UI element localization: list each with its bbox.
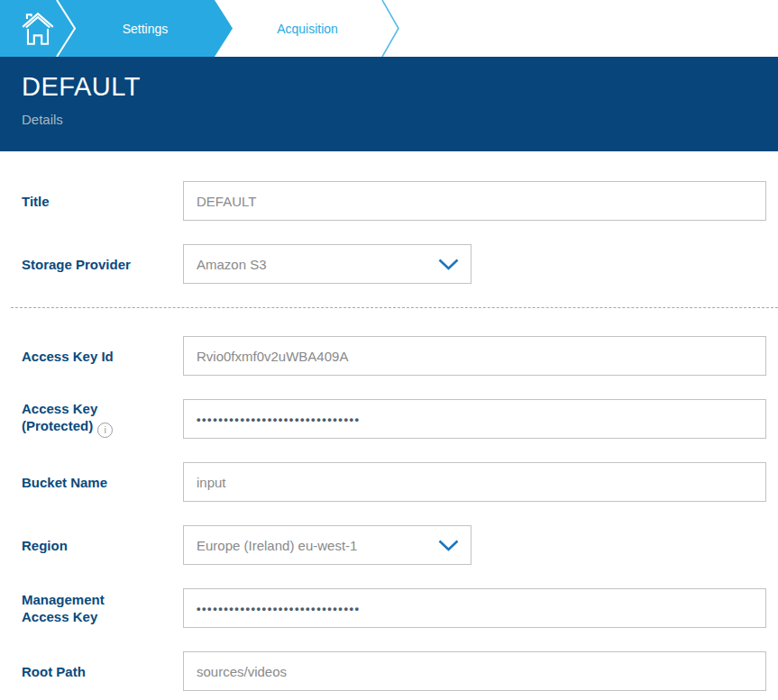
title-input[interactable] — [183, 181, 766, 221]
storage-provider-select[interactable]: Amazon S3 — [183, 244, 471, 284]
breadcrumb: Settings Acquisition — [0, 0, 778, 57]
root-path-input[interactable] — [183, 651, 766, 691]
section-divider — [11, 307, 778, 308]
access-key-id-input[interactable] — [183, 336, 766, 376]
breadcrumb-label: Acquisition — [277, 22, 338, 36]
field-row-access-key-protected: Access Key (Protected)i — [22, 399, 766, 439]
field-row-storage-provider: Storage Provider Amazon S3 — [22, 244, 766, 284]
page-header: DEFAULT Details — [0, 57, 778, 151]
access-key-protected-label-text: Access Key (Protected) — [22, 401, 97, 433]
home-icon — [21, 10, 55, 48]
field-control — [183, 462, 766, 502]
access-key-protected-input[interactable] — [183, 399, 766, 439]
field-control — [183, 588, 766, 628]
field-control — [183, 181, 766, 221]
field-control — [183, 336, 766, 376]
select-value: Europe (Ireland) eu-west-1 — [197, 538, 357, 553]
field-row-title: Title — [22, 181, 766, 221]
field-row-root-path: Root Path — [22, 651, 766, 691]
field-row-region: Region Europe (Ireland) eu-west-1 — [22, 525, 766, 565]
bucket-name-input[interactable] — [183, 462, 766, 502]
access-key-protected-label: Access Key (Protected)i — [22, 400, 144, 438]
field-row-access-key-id: Access Key Id — [22, 336, 766, 376]
region-select[interactable]: Europe (Ireland) eu-west-1 — [183, 525, 471, 565]
management-access-key-label: Management Access Key — [22, 591, 144, 625]
field-row-management-access-key: Management Access Key — [22, 588, 766, 628]
bucket-name-label: Bucket Name — [22, 474, 144, 491]
field-control — [183, 651, 766, 691]
page-title: DEFAULT — [22, 72, 778, 102]
breadcrumb-item-acquisition[interactable]: Acquisition — [233, 0, 382, 57]
chevron-down-icon — [438, 540, 459, 551]
field-row-bucket-name: Bucket Name — [22, 462, 766, 502]
settings-form: Title Storage Provider Amazon S3 Access … — [0, 151, 778, 691]
region-label: Region — [22, 537, 144, 554]
root-path-label: Root Path — [22, 663, 144, 680]
management-access-key-input[interactable] — [183, 588, 766, 628]
field-control: Amazon S3 — [183, 244, 766, 284]
chevron-separator-outline-icon — [382, 0, 398, 57]
info-icon[interactable]: i — [97, 423, 113, 438]
field-control — [183, 399, 766, 439]
storage-provider-label: Storage Provider — [22, 256, 144, 273]
title-label: Title — [22, 193, 144, 210]
access-key-id-label: Access Key Id — [22, 348, 144, 365]
breadcrumb-home-button[interactable] — [0, 0, 75, 57]
select-value: Amazon S3 — [197, 257, 267, 272]
chevron-down-icon — [438, 259, 459, 270]
breadcrumb-item-settings[interactable]: Settings — [75, 0, 215, 57]
breadcrumb-label: Settings — [123, 22, 169, 36]
page-subtitle: Details — [22, 112, 778, 127]
field-control: Europe (Ireland) eu-west-1 — [183, 525, 766, 565]
